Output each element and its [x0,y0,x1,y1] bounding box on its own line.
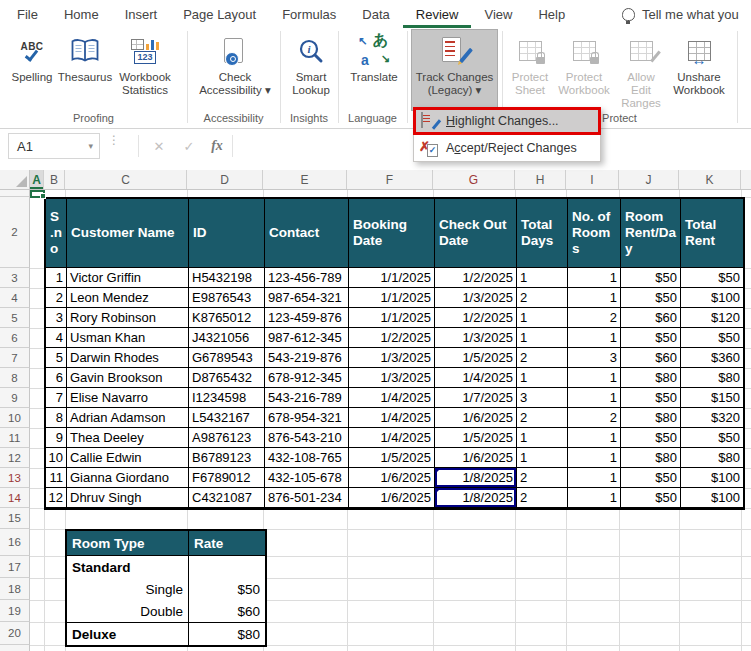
column-header-E[interactable]: E [263,170,347,189]
row-header-4[interactable]: 4 [0,288,30,308]
cell-B12[interactable]: 10 [46,448,67,468]
cell-F4[interactable]: 1/1/2025 [349,288,435,308]
row-header-17[interactable]: 17 [0,556,30,578]
cell-F6[interactable]: 1/2/2025 [349,328,435,348]
cell-D10[interactable]: L5432167 [189,408,265,428]
cell-F9[interactable]: 1/4/2025 [349,388,435,408]
cell-E8[interactable]: 678-912-345 [265,368,349,388]
cell-D19[interactable]: $60 [189,600,265,622]
cell-E9[interactable]: 543-216-789 [265,388,349,408]
row-header-3[interactable]: 3 [0,268,30,288]
cell-H7[interactable]: 2 [517,348,568,368]
cell-J3[interactable]: $50 [621,268,681,288]
cell-G5[interactable]: 1/2/2025 [435,308,517,328]
tab-help[interactable]: Help [525,0,578,28]
cell-H10[interactable]: 2 [517,408,568,428]
cell-B10[interactable]: 8 [46,408,67,428]
cell-D14[interactable]: C4321087 [189,488,265,508]
cell-H11[interactable]: 1 [517,428,568,448]
cell-I4[interactable]: 1 [568,288,621,308]
cell-G3[interactable]: 1/2/2025 [435,268,517,288]
tab-file[interactable]: File [4,0,51,28]
cell-C19[interactable]: Double [67,600,189,622]
cell-E6[interactable]: 987-612-345 [265,328,349,348]
cell-F7[interactable]: 1/3/2025 [349,348,435,368]
cell-D6[interactable]: J4321056 [189,328,265,348]
column-header-I[interactable]: I [566,170,619,189]
cell-D17[interactable] [189,556,265,578]
cell-J8[interactable]: $80 [621,368,681,388]
tell-me-search[interactable]: Tell me what you [622,0,751,28]
cell-H4[interactable]: 2 [517,288,568,308]
cell-J13[interactable]: $50 [621,468,681,488]
cell-G7[interactable]: 1/5/2025 [435,348,517,368]
row-header-7[interactable]: 7 [0,348,30,368]
check-accessibility-button[interactable]: Check Accessibility ▾ [196,30,274,110]
cell-I14[interactable]: 1 [568,488,621,508]
cell-C18[interactable]: Single [67,578,189,600]
column-header-H[interactable]: H [515,170,566,189]
cell-I7[interactable]: 3 [568,348,621,368]
tab-review[interactable]: Review [403,0,472,28]
row-header-13[interactable]: 13 [0,468,30,488]
name-box[interactable]: A1 ▾ [8,133,100,159]
cell-F10[interactable]: 1/4/2025 [349,408,435,428]
row-header-21[interactable]: 21 [0,645,30,651]
cell-H6[interactable]: 1 [517,328,568,348]
spelling-button[interactable]: ABC Spelling [8,30,56,110]
cell-F8[interactable]: 1/3/2025 [349,368,435,388]
tab-insert[interactable]: Insert [112,0,171,28]
tab-view[interactable]: View [471,0,525,28]
cell-F12[interactable]: 1/5/2025 [349,448,435,468]
cell-H14[interactable]: 2 [517,488,568,508]
cell-D5[interactable]: K8765012 [189,308,265,328]
cell-E12[interactable]: 432-108-765 [265,448,349,468]
cell-I6[interactable]: 1 [568,328,621,348]
menu-item-highlight-changes[interactable]: Highlight Changes... [413,107,601,135]
cell-B14[interactable]: 12 [46,488,67,508]
translate-button[interactable]: ↖ あ a ↘ Translate [346,30,402,110]
cell-D12[interactable]: B6789123 [189,448,265,468]
cell-B7[interactable]: 5 [46,348,67,368]
cell-F11[interactable]: 1/4/2025 [349,428,435,448]
cell-H8[interactable]: 1 [517,368,568,388]
cell-K4[interactable]: $100 [681,288,743,308]
track-changes-button[interactable]: Track Changes (Legacy) ▾ [412,30,497,110]
cell-K11[interactable]: $50 [681,428,743,448]
cell-E11[interactable]: 876-543-210 [265,428,349,448]
insert-function-icon[interactable]: fx [204,133,230,159]
cell-B11[interactable]: 9 [46,428,67,448]
cell-C17[interactable]: Standard [67,556,189,578]
cell-G10[interactable]: 1/6/2025 [435,408,517,428]
cell-D9[interactable]: I1234598 [189,388,265,408]
cell-H5[interactable]: 1 [517,308,568,328]
tab-data[interactable]: Data [349,0,402,28]
cell-J11[interactable]: $50 [621,428,681,448]
cell-C9[interactable]: Elise Navarro [67,388,189,408]
cell-G12[interactable]: 1/6/2025 [435,448,517,468]
cell-K10[interactable]: $320 [681,408,743,428]
tab-home[interactable]: Home [51,0,112,28]
cell-I9[interactable]: 1 [568,388,621,408]
cell-I11[interactable]: 1 [568,428,621,448]
column-header-G[interactable]: G [433,170,515,189]
cell-E7[interactable]: 543-219-876 [265,348,349,368]
unshare-workbook-button[interactable]: ↔ Unshare Workbook [667,30,731,110]
cell-G14[interactable]: 1/8/2025 [435,488,517,508]
cell-J6[interactable]: $50 [621,328,681,348]
chevron-down-icon[interactable]: ▾ [88,141,93,151]
cell-B9[interactable]: 7 [46,388,67,408]
cell-I3[interactable]: 1 [568,268,621,288]
cell-C20[interactable]: Deluxe [67,622,189,645]
cell-B5[interactable]: 3 [46,308,67,328]
cell-G4[interactable]: 1/3/2025 [435,288,517,308]
row-header-10[interactable]: 10 [0,408,30,428]
cell-K7[interactable]: $360 [681,348,743,368]
cell-B4[interactable]: 2 [46,288,67,308]
tab-page-layout[interactable]: Page Layout [170,0,269,28]
cell-I10[interactable]: 2 [568,408,621,428]
menu-item-accept-reject-changes[interactable]: ✗ ✓ Accept/Reject Changes [414,135,600,161]
workbook-statistics-button[interactable]: 123 Workbook Statistics [114,30,176,110]
cell-J7[interactable]: $60 [621,348,681,368]
cell-K3[interactable]: $50 [681,268,743,288]
